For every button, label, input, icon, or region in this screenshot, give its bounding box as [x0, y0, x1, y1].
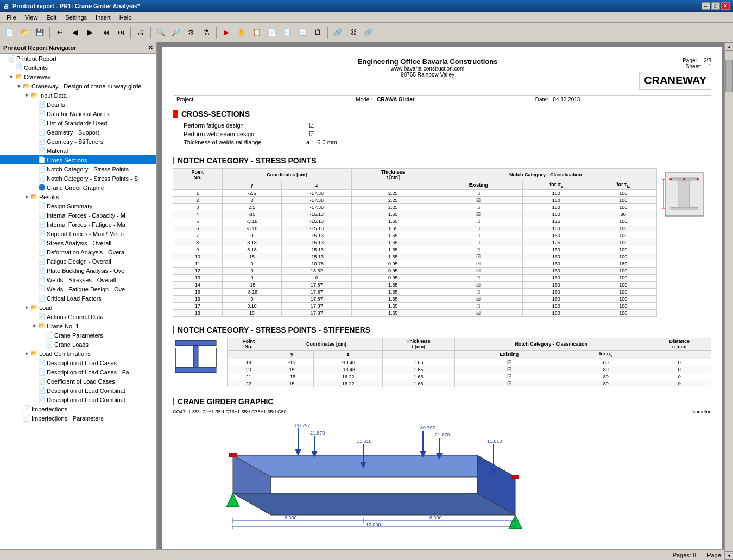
tb-forward[interactable]: ▶ [83, 26, 97, 40]
tree-item-actions-general[interactable]: 📄 Actions General Data [0, 312, 156, 321]
tb-link1[interactable]: 🔗 [331, 26, 345, 40]
tree-item-input-data[interactable]: ▼ 📂 Input Data [0, 91, 156, 100]
tb-copy1[interactable]: 📋 [250, 26, 264, 40]
cross-sections-header: CROSS-SECTIONS [173, 110, 711, 118]
col-point: PointNo. [173, 169, 223, 181]
tb-save[interactable]: 💾 [33, 26, 47, 40]
svg-text:12.000: 12.000 [366, 522, 381, 527]
tb-link2[interactable]: ⛓ [346, 26, 360, 40]
tree-item-craneway-design[interactable]: ▼ 📂 Craneway - Design of crane runway gi… [0, 81, 156, 91]
tb-search[interactable]: 🔍 [154, 26, 168, 40]
tree-item-welds-stresses[interactable]: 📄 Welds - Stresses - Overall [0, 275, 156, 284]
tree-item-material[interactable]: 📄 Material [0, 146, 156, 155]
tb-search2[interactable]: 🔎 [169, 26, 183, 40]
tree-item-craneway[interactable]: ▼ 📂 Craneway [0, 72, 156, 81]
tree-item-crane-loads[interactable]: 📄 Crane Loads [0, 340, 156, 349]
menu-edit[interactable]: Edit [42, 13, 61, 22]
table-row: 22 15 16.22 1.65 ☑ 80 0 [228, 380, 711, 387]
main-layout: Printout Report Navigator ✕ 📄 Printout R… [0, 42, 733, 560]
scroll-down-button[interactable]: ▼ [725, 551, 733, 560]
tb-copy2[interactable]: 📄 [265, 26, 279, 40]
tb-copy4[interactable]: 📃 [295, 26, 309, 40]
close-button[interactable]: ✕ [721, 2, 730, 10]
scroll-up-button[interactable]: ▲ [725, 42, 733, 51]
tb-open[interactable]: 📂 [17, 26, 31, 40]
toolbar: 📄 📂 💾 ↩ ◀ ▶ ⏮ ⏭ 🖨 🔍 🔎 ⚙ ⚗ ▶ ✋ 📋 📄 📑 📃 🗒 … [0, 23, 733, 42]
tree-item-standards[interactable]: 📄 List of Standards Used [0, 118, 156, 128]
tree-item-cross-sections[interactable]: 📄 Cross-Sections [0, 155, 156, 164]
tree-item-contents[interactable]: 📄 Contents [0, 63, 156, 72]
tb-print[interactable]: 🖨 [134, 26, 148, 40]
tree-item-load-combinations[interactable]: ▼ 📂 Load Combinations [0, 349, 156, 358]
tree-item-printout[interactable]: 📄 Printout Report [0, 54, 156, 63]
tree-item-stress-analysis[interactable]: 📄 Stress Analysis - Overall [0, 238, 156, 247]
menu-view[interactable]: View [21, 13, 42, 22]
tree-item-desc-load-combi2[interactable]: 📄 Description of Load Combinat [0, 395, 156, 404]
col-z: z [282, 181, 352, 190]
tree-item-coeff-load[interactable]: 📄 Coefficient of Load Cases [0, 377, 156, 386]
tree-item-details[interactable]: 📄 Details [0, 100, 156, 109]
tb-copy5[interactable]: 🗒 [311, 26, 325, 40]
menu-settings[interactable]: Settings [61, 13, 91, 22]
stif-sub-pt [228, 350, 270, 359]
menu-help[interactable]: Help [115, 13, 136, 22]
tree-item-load[interactable]: ▼ 📂 Load [0, 303, 156, 312]
table-row: 9 3.18 -15.13 1.65 □ 160 100 [173, 246, 657, 253]
stif-sub-t [383, 350, 455, 359]
menu-file[interactable]: File [2, 13, 21, 22]
vertical-scrollbar[interactable]: ▲ ▼ [724, 42, 733, 560]
tb-settings[interactable]: ⚙ [184, 26, 198, 40]
menu-insert[interactable]: Insert [91, 13, 115, 22]
tree-item-internal-forces-fatigue[interactable]: 📄 Internal Forces - Fatigue - Ma [0, 220, 156, 229]
tree-item-geometry-stiffeners[interactable]: 📄 Geometry - Stiffeners [0, 137, 156, 146]
tb-first[interactable]: ⏮ [98, 26, 112, 40]
table-row: 5 -3.18 -15.13 1.65 □ 125 100 [173, 218, 657, 225]
tb-back[interactable]: ◀ [68, 26, 82, 40]
right-panel[interactable]: ▲ ▼ Engineering Office Bavaria Construct… [157, 42, 733, 560]
tree-item-imperfections-params[interactable]: 📄 Imperfections - Parameters [0, 413, 156, 423]
tb-cursor[interactable]: ▶ [219, 26, 233, 40]
tree-item-support-forces[interactable]: 📄 Support Forces - Max / Min o [0, 229, 156, 238]
tb-select[interactable]: ✋ [235, 26, 249, 40]
maximize-button[interactable]: □ [711, 2, 720, 10]
tb-link3[interactable]: 🔗 [361, 26, 375, 40]
tree-item-national-annex[interactable]: 📄 Data for National Annex [0, 109, 156, 118]
table-row: 7 0 -15.13 1.65 □ 160 100 [173, 232, 657, 239]
tree-item-crane-parameters[interactable]: 📄 Crane Parameters [0, 330, 156, 340]
tree-item-notch-stress[interactable]: 📄 Notch Category - Stress Points [0, 164, 156, 174]
tb-last[interactable]: ⏭ [113, 26, 128, 40]
scroll-thumb[interactable] [725, 60, 733, 92]
tree-item-welds-fatigue[interactable]: 📄 Welds - Fatigue Design - Ove [0, 284, 156, 294]
tree-item-critical-load[interactable]: 📄 Critical Load Factors [0, 294, 156, 303]
tree-item-desc-load-cases[interactable]: 📄 Description of Load Cases [0, 358, 156, 367]
tree-item-deformation-analysis[interactable]: 📄 Deformation Analysis - Overa [0, 247, 156, 257]
tb-undo[interactable]: ↩ [53, 26, 67, 40]
svg-rect-12 [175, 367, 216, 373]
tree-item-desc-load-combi[interactable]: 📄 Description of Load Combinat [0, 386, 156, 395]
project-label: Project: [176, 97, 195, 103]
tree-container[interactable]: 📄 Printout Report 📄 Contents ▼ 📂 Cranewa… [0, 54, 156, 551]
table-row: 11 0 -10.78 0.95 ☑ 160 160 [173, 260, 657, 267]
tb-filter[interactable]: ⚗ [199, 26, 213, 40]
tree-item-geometry-support[interactable]: 📄 Geometry - Support [0, 128, 156, 137]
notch-category-header: NOTCH CATEGORY - STRESS POINTS [173, 156, 657, 165]
tree-item-internal-forces-capacity[interactable]: 📄 Internal Forces - Capacity - M [0, 211, 156, 220]
tb-copy3[interactable]: 📑 [280, 26, 294, 40]
table-row: 1 -2.5 -17.38 2.25 □ 160 100 [173, 189, 657, 196]
tree-item-fatigue-design[interactable]: 📄 Fatigue Design - Overall [0, 257, 156, 266]
minimize-button[interactable]: ─ [702, 2, 710, 10]
panel-close-button[interactable]: ✕ [148, 44, 153, 52]
tree-item-plate-buckling[interactable]: 📄 Plate Buckling Analysis - Ove [0, 266, 156, 275]
svg-rect-3 [671, 207, 698, 209]
tree-item-crane-no1[interactable]: ▼ 📂 Crane No. 1 [0, 321, 156, 330]
stif-sub-sigma: for σs [564, 350, 648, 359]
tree-item-imperfections[interactable]: 📄 Imperfections [0, 404, 156, 413]
table-row: 10 15 -15.13 1.65 ☑ 160 100 [173, 253, 657, 260]
tree-item-results[interactable]: ▼ 📂 Results [0, 192, 156, 201]
svg-rect-2 [679, 180, 690, 207]
tree-item-design-summary[interactable]: 📄 Design Summary [0, 201, 156, 211]
tree-item-desc-load-cases-fa[interactable]: 📄 Description of Load Cases - Fa [0, 367, 156, 377]
tb-new[interactable]: 📄 [2, 26, 16, 40]
tree-item-notch-stress-s[interactable]: 📄 Notch Category - Stress Points - S [0, 174, 156, 183]
tree-item-crane-girder-graphic[interactable]: 🔵 Crane Girder Graphic [0, 183, 156, 192]
